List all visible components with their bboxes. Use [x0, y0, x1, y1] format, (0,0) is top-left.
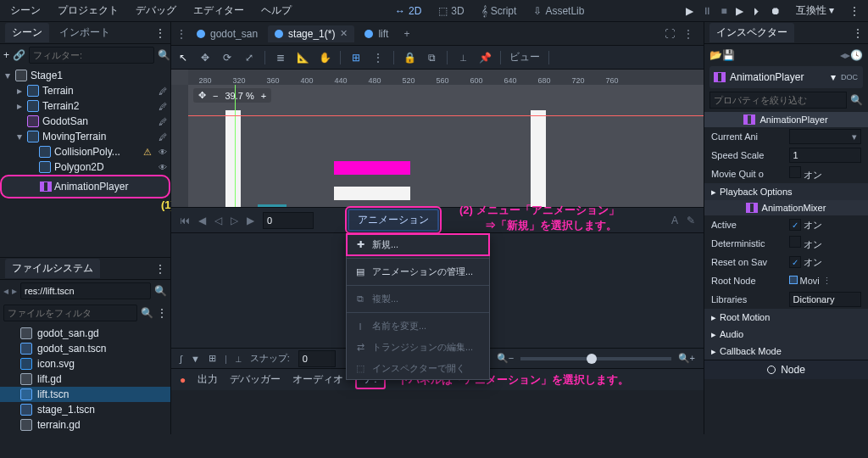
workspace-assetlib[interactable]: ⇩AssetLib [526, 2, 591, 20]
menu-item-[interactable]: ▤アニメーションの管理... [347, 261, 489, 282]
fold-callbackmode[interactable]: ▸Callback Mode [704, 343, 868, 360]
zoom-center-icon[interactable]: ✥ [198, 90, 206, 101]
anim-edit-icon[interactable]: ✎ [687, 215, 695, 226]
section-node[interactable]: Node [704, 360, 868, 379]
inspector-filter-input[interactable] [709, 92, 847, 109]
checkbox[interactable] [789, 236, 801, 248]
scene-node-movingterrain[interactable]: ▾MovingTerrain🖉 [0, 129, 170, 144]
tab-import[interactable]: インポート [53, 23, 117, 42]
bottom-tab-debugger[interactable]: デバッガー [230, 372, 281, 387]
doc-icon[interactable]: DOC [841, 73, 858, 81]
node-tool-icon[interactable]: 👁 [155, 163, 167, 172]
fs-item-lift-tscn[interactable]: lift.tscn [0, 387, 170, 402]
fs-more-icon[interactable]: ⋮ [155, 263, 165, 275]
distraction-free-icon[interactable]: ⛶ [665, 28, 675, 40]
ruler-tool-icon[interactable]: 📐 [296, 51, 309, 64]
dock-more-icon[interactable]: ⋮ [155, 27, 165, 39]
group-icon[interactable]: ⧉ [425, 51, 438, 64]
fold-rootmotion[interactable]: ▸Root Motion [704, 309, 868, 326]
pan-tool-icon[interactable]: ✋ [318, 51, 331, 64]
anim-autoplay-icon[interactable]: A [671, 215, 678, 226]
add-tab-icon[interactable]: + [398, 28, 415, 40]
expand-icon[interactable]: ⋮ [678, 28, 698, 40]
prop-link[interactable]: Movi [800, 276, 820, 286]
editor-tab-godot_san[interactable]: godot_san [190, 25, 264, 42]
snap-curve-icon[interactable]: ∫ [180, 354, 182, 364]
lock-icon[interactable]: 🔒 [403, 51, 416, 64]
scene-filter-input[interactable] [29, 47, 154, 64]
node-tool-icon[interactable]: 🖉 [155, 132, 167, 142]
fs-filter-search-icon[interactable]: 🔍 [141, 307, 153, 319]
bone-icon[interactable]: ⟂ [456, 51, 470, 64]
snap-filter-icon[interactable]: ▼ [191, 354, 200, 364]
menu-editor[interactable]: エディター [186, 0, 251, 21]
checkbox[interactable] [789, 166, 801, 178]
menu-scene[interactable]: シーン [3, 0, 47, 21]
scene-node-stage1[interactable]: ▾Stage1 [0, 68, 170, 83]
scene-node-godotsan[interactable]: GodotSan🖉 [0, 114, 170, 129]
checkbox[interactable]: ✓ [789, 256, 801, 268]
close-tab-icon[interactable]: ✕ [340, 28, 348, 39]
anim-play-back2-icon[interactable]: ◁ [214, 215, 222, 226]
fs-path-input[interactable] [20, 282, 151, 299]
scene-node-collisionpoly[interactable]: CollisionPoly...👁 [0, 144, 170, 159]
viewport-2d[interactable]: 280320360400440480520560600640680720760 … [171, 70, 704, 207]
back-icon[interactable]: ◂ [3, 285, 8, 297]
select-tool-icon[interactable]: ↖ [176, 51, 190, 64]
anim-play-back-icon[interactable]: ◀ [198, 215, 206, 226]
fold-playback-options[interactable]: ▸Playback Options [704, 183, 868, 200]
menu-more-icon[interactable]: ⋮ [844, 5, 865, 17]
fold-audio[interactable]: ▸Audio [704, 326, 868, 343]
zoom-level[interactable]: 39.7 % [225, 91, 253, 101]
pin-icon[interactable]: 📌 [478, 51, 492, 64]
inspector-object-selector[interactable]: AnimationPlayer ▾ DOC [709, 66, 863, 88]
fs-item-godot_san-tscn[interactable]: godot_san.tscn [0, 341, 170, 356]
fs-item-terrain-gd[interactable]: terrain.gd [0, 417, 170, 433]
scene-tab-more-icon[interactable]: ⋮ [176, 28, 186, 40]
prop-input[interactable] [789, 292, 862, 307]
fs-item-stage_1-tscn[interactable]: stage_1.tscn [0, 402, 170, 417]
zoom-timeline-out-icon[interactable]: 🔍− [497, 353, 514, 364]
renderer-dropdown[interactable]: 互換性 ▾ [789, 0, 841, 21]
tab-filesystem[interactable]: ファイルシステム [5, 259, 100, 278]
editor-tab-stage_1[interactable]: stage_1(*)✕ [268, 25, 354, 42]
scene-node-terrain[interactable]: ▸Terrain🖉 [0, 83, 170, 98]
zoom-in-icon[interactable]: + [261, 91, 266, 101]
checkbox[interactable]: ✓ [789, 219, 801, 231]
scene-node-polygon2d[interactable]: Polygon2D👁 [0, 159, 170, 175]
prop-input[interactable] [789, 148, 862, 163]
menu-debug[interactable]: デバッグ [129, 0, 183, 21]
fs-item-godot_san-gd[interactable]: godot_san.gd [0, 326, 170, 341]
snap-grid-icon2[interactable]: ⊞ [209, 353, 216, 364]
pause-icon[interactable]: ⏸ [702, 5, 712, 17]
workspace-script[interactable]: 𝄞Script [475, 2, 524, 20]
node-tool-icon[interactable]: 🖉 [155, 87, 167, 96]
fs-search-icon[interactable]: 🔍 [154, 285, 167, 297]
scale-tool-icon[interactable]: ⤢ [242, 51, 256, 64]
canvas-2d[interactable]: ✥ − 39.7 % + [188, 85, 704, 207]
fs-item-lift-gd[interactable]: lift.gd [0, 371, 170, 387]
menu-help[interactable]: ヘルプ [254, 0, 298, 21]
add-node-icon[interactable]: + [3, 49, 9, 61]
fs-filter-input[interactable] [3, 304, 137, 321]
menu-project[interactable]: プロジェクト [51, 0, 125, 21]
insp-history-icon[interactable]: 🕓 [850, 49, 863, 61]
chevron-icon[interactable]: ▸ [15, 100, 24, 112]
play-icon[interactable]: ▶ [686, 5, 693, 17]
tab-inspector[interactable]: インスペクター [709, 23, 794, 42]
play-scene-icon[interactable]: ▶ [736, 5, 743, 17]
stop-icon[interactable]: ■ [721, 5, 726, 17]
inspector-more-icon[interactable]: ⋮ [853, 27, 863, 39]
chevron-icon[interactable]: ▸ [15, 85, 24, 97]
workspace-2d[interactable]: ↔2D [388, 2, 428, 20]
anim-play-fwd-icon[interactable]: ▶ [247, 215, 254, 226]
rotate-tool-icon[interactable]: ⟳ [220, 51, 234, 64]
anim-begin-icon[interactable]: ⏮ [180, 215, 190, 226]
animation-menu-button[interactable]: アニメーション [348, 209, 439, 232]
chevron-icon[interactable]: ▾ [15, 131, 24, 142]
snap-grid-icon[interactable]: ⊞ [349, 51, 363, 64]
insp-open-icon[interactable]: 📂 [709, 49, 722, 61]
prop-more-icon[interactable]: ⋮ [822, 276, 832, 286]
anim-time-input[interactable] [263, 212, 314, 229]
snap-options-icon[interactable]: ⋮ [371, 51, 385, 64]
